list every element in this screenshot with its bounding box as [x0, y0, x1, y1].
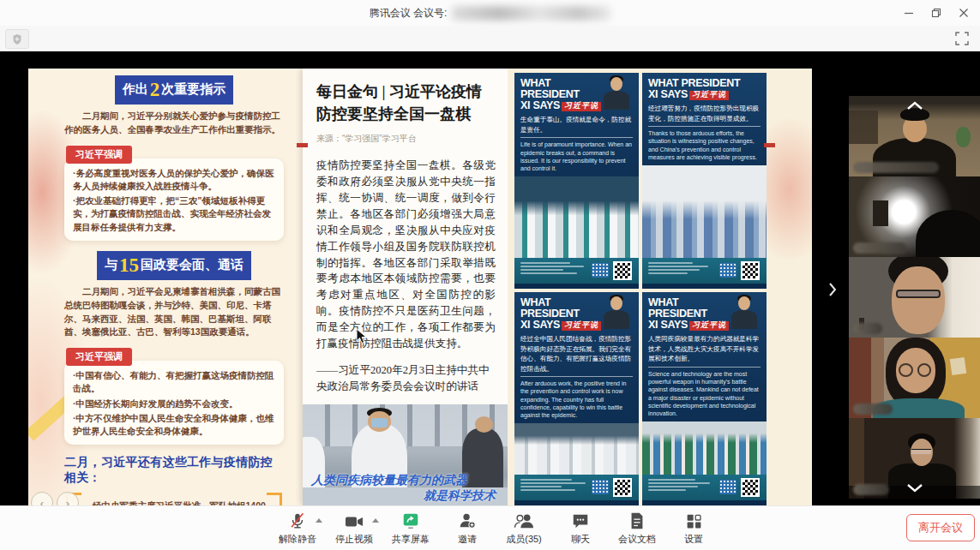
poster-footer — [642, 258, 767, 284]
participant-video-3[interactable] — [849, 257, 980, 338]
poster-title-text: XI SAYS — [520, 99, 560, 111]
chat-icon — [571, 511, 590, 530]
security-shield-icon[interactable] — [5, 29, 29, 49]
caption-bar — [648, 482, 710, 484]
participant-video-1[interactable] — [849, 96, 980, 176]
bullet-item: ·务必高度重视对医务人员的保护关心爱护，确保医务人员持续健康投入战胜疫情斗争。 — [73, 167, 275, 193]
microphone-muted-icon — [288, 511, 307, 530]
toolbar-label: 设置 — [684, 533, 703, 546]
red-dash-decoration — [297, 143, 308, 147]
scroll-up-button[interactable] — [905, 100, 925, 111]
participant-glasses — [896, 290, 941, 298]
divider — [520, 137, 633, 138]
footer-caption-lines — [648, 479, 710, 493]
emphasis-block: 习近平强调 ·务必高度重视对医务人员的保护关心爱护，确保医务人员持续健康投入战胜… — [64, 146, 284, 241]
participant-video-2[interactable] — [849, 176, 980, 257]
collapse-video-panel-button[interactable] — [824, 277, 841, 302]
xi-photo — [726, 295, 762, 329]
leave-meeting-button[interactable]: 离开会议 — [906, 514, 975, 541]
poster-quote-cn: 人类同疾病较量最有力的武器就是科学技术，人类战胜大灾大疫离不开科学发展和技术创新… — [648, 334, 761, 363]
participant-name-blurred — [853, 242, 906, 254]
caption-bar — [520, 272, 577, 274]
banner-number: 15 — [117, 254, 141, 276]
xi-photo — [598, 295, 634, 329]
divider — [648, 126, 761, 127]
footer-caption-lines — [520, 262, 584, 276]
invite-icon — [458, 511, 477, 530]
plant — [956, 127, 971, 147]
participant-name-blurred — [853, 484, 889, 495]
photo-xi-mask — [371, 418, 388, 427]
banner-text: 作出 — [123, 81, 148, 96]
caption-bar — [520, 262, 570, 264]
members-button[interactable]: 成员(35) — [496, 511, 552, 546]
poster-title-text: XI SAYS — [520, 319, 560, 331]
xi-suit — [731, 310, 757, 329]
doc-page-directives: 作出2次重要指示 二月期间，习近平分别就关心爱护参与疫情防控工作的医务人员、全国… — [28, 69, 303, 505]
banner-text: 国政要会面、通话 — [141, 257, 243, 272]
emphasis-box: ·中国有信心、有能力、有把握打赢这场疫情防控阻击战。 ·中国经济长期向好发展的趋… — [64, 361, 284, 445]
bracket-corner — [267, 493, 282, 505]
paragraph: 二月期间，习近平分别就关心爱护参与疫情防控工作的医务人员、全国春季农业生产工作作… — [64, 110, 284, 137]
photo-figure-head — [475, 416, 494, 433]
qr-code — [613, 261, 632, 280]
meeting-toolbar: 解除静音 停止视频 共享屏幕 — [0, 505, 980, 550]
xi-says-badge: 习近平说 — [689, 91, 729, 99]
share-screen-button[interactable]: 共享屏幕 — [382, 511, 439, 546]
participant-video-5[interactable] — [849, 418, 980, 499]
restore-button[interactable] — [929, 5, 944, 21]
xi-suit — [604, 310, 629, 329]
meeting-docs-button[interactable]: 会议文档 — [609, 511, 665, 546]
video-options-caret[interactable] — [372, 518, 379, 523]
poster-quote-en: Life is of paramount importance. When an… — [520, 140, 633, 173]
participant-face — [892, 266, 944, 334]
xi-suit — [604, 91, 629, 110]
scroll-down-button[interactable] — [905, 482, 925, 493]
xi-head — [610, 296, 622, 310]
caption-bar — [648, 266, 708, 267]
poster-title-text: XI SAYS — [648, 319, 688, 331]
participant-video-4[interactable] — [849, 338, 980, 418]
close-button[interactable] — [956, 5, 971, 21]
paragraph: 经中央军委主席习近平批准，军队抽组1400名医护人员于2月3日起承担武汉火神山新… — [75, 499, 274, 505]
unmute-button[interactable]: 解除静音 — [269, 511, 326, 546]
caption-bar — [648, 479, 695, 481]
xi-says-badge: 习近平说 — [689, 321, 729, 330]
poster-quote-cn: 经过全中国人民团结奋战，疫情防控形势积极向好态势正在拓展。我们完全有信心、有能力… — [520, 334, 633, 374]
stop-video-button[interactable]: 停止视频 — [326, 511, 382, 546]
xi-head — [610, 77, 622, 91]
chat-button[interactable]: 聊天 — [552, 511, 609, 546]
mic-options-caret[interactable] — [316, 518, 322, 523]
poster-photo-medics — [514, 176, 639, 258]
xi-says-badge: 习近平说 — [562, 321, 601, 330]
poster-footer — [642, 475, 767, 500]
toolbar-label: 邀请 — [458, 533, 477, 546]
qr-code — [741, 261, 760, 280]
poster-quote-en: Science and technology are the most powe… — [648, 370, 761, 418]
caption-bar — [520, 482, 586, 484]
minimize-button[interactable] — [901, 5, 917, 21]
caption-bar — [648, 486, 698, 487]
section-heading: 二月，习近平还有这些工作与疫情防控相关： — [64, 455, 284, 486]
participant-glasses — [899, 363, 913, 377]
poster-quote-en: After arduous work, the positive trend i… — [520, 380, 633, 420]
article-body: 疫情防控要坚持全国一盘棋。各级党委和政府必须坚决服从党中央统一指挥、统一协调、统… — [316, 158, 496, 352]
bullet-item: ·把农业基础打得更牢，把“三农”领域短板补得更实，为打赢疫情防控阻击战、实现全年… — [73, 194, 275, 234]
participant-name-blurred — [853, 404, 893, 415]
caption-bar — [520, 269, 563, 271]
section-banner-wrap: 作出2次重要指示 — [64, 75, 284, 105]
invite-button[interactable]: 邀请 — [439, 511, 496, 546]
emphasis-box: ·务必高度重视对医务人员的保护关心爱护，确保医务人员持续健康投入战胜疫情斗争。 … — [64, 158, 284, 241]
qr-code — [741, 478, 760, 497]
poster-photo-hazmat — [514, 423, 639, 475]
photo-caption-line2: 就是科学技术 — [311, 488, 496, 504]
fullscreen-icon[interactable] — [953, 30, 971, 47]
toolbar-label: 解除静音 — [279, 533, 316, 546]
poster-xi-says-3: WHAT PRESIDENT XI SAYS习近平说 经过全中国人民团结奋战，疫… — [514, 292, 639, 505]
mouse-cursor — [356, 328, 367, 348]
settings-button[interactable]: 设置 — [665, 511, 722, 546]
section-banner-directives: 作出2次重要指示 — [115, 75, 234, 105]
caption-bar — [520, 489, 575, 491]
poster-footer — [514, 475, 639, 500]
xi-emphasis-tag: 习近平强调 — [66, 348, 132, 366]
